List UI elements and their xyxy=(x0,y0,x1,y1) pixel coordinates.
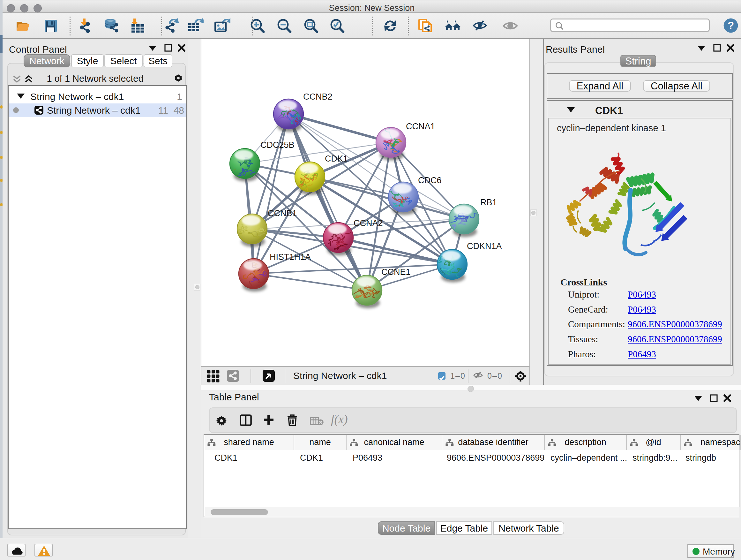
svg-text:CDC6: CDC6 xyxy=(418,176,442,185)
svg-text:?: ? xyxy=(728,19,734,31)
svg-text:CDK1: CDK1 xyxy=(325,154,348,164)
svg-text:CDC25B: CDC25B xyxy=(260,140,294,150)
svg-text:CCNA1: CCNA1 xyxy=(406,122,435,131)
svg-text:CDKN1A: CDKN1A xyxy=(467,241,502,251)
svg-text:CCNA2: CCNA2 xyxy=(354,219,383,228)
svg-text:CCNE1: CCNE1 xyxy=(381,267,411,277)
svg-text:CCNB2: CCNB2 xyxy=(303,92,333,102)
svg-text:RB1: RB1 xyxy=(480,198,497,207)
svg-text:CCNB1: CCNB1 xyxy=(268,208,297,218)
svg-text:HIST1H1A: HIST1H1A xyxy=(270,252,311,262)
